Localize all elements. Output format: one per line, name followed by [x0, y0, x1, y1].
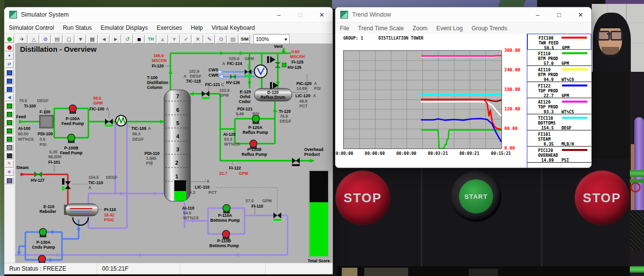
- rail-icon[interactable]: [5, 44, 14, 51]
- rail-icon[interactable]: [5, 110, 14, 118]
- status-cell-empty: [266, 263, 332, 274]
- rail-icon[interactable]: ✶: [5, 52, 14, 60]
- pen-color-swatch: [562, 68, 587, 70]
- minimize-button[interactable]: –: [268, 7, 290, 22]
- trend-menu-item-file[interactable]: File: [335, 25, 353, 32]
- rail-icon[interactable]: ◀: [5, 94, 14, 101]
- menu-item-help[interactable]: Help: [187, 24, 208, 31]
- diagram-label: 525.0: [229, 57, 239, 61]
- pen-cell-ai120[interactable]: AI120TOP PROD93.3WT%C5: [527, 98, 591, 114]
- rail-icon[interactable]: [5, 177, 14, 184]
- rail-icon[interactable]: [5, 127, 14, 134]
- menu-item-exercises[interactable]: Exercises: [152, 24, 187, 31]
- toolbar-button-↺[interactable]: ↺: [122, 35, 133, 43]
- pen-cell-tic110[interactable]: TIC110BOTTOMS154.5DEGF: [527, 114, 591, 130]
- diagram-label: PSI: [40, 143, 46, 147]
- diagram-label: Cndsr: [239, 100, 251, 104]
- toolbar-button-⊙[interactable]: ⊙: [216, 35, 227, 43]
- rail-icon[interactable]: ❖: [5, 169, 14, 176]
- toolbar-button-▼[interactable]: ▼: [169, 35, 180, 43]
- toolbar-button-✓[interactable]: ✓: [181, 35, 191, 43]
- toolbar-button-►[interactable]: ►: [110, 35, 121, 43]
- menu-item-virtual-keyboard[interactable]: Virtual Keyboard: [207, 24, 259, 31]
- toolbar-button-✈[interactable]: ✈: [17, 35, 27, 43]
- trend-titlebar[interactable]: Trend Window – □ ✕: [335, 7, 591, 22]
- maximize-button[interactable]: □: [290, 7, 311, 22]
- diagram-label: PSI: [146, 161, 153, 166]
- trend-menu-item-zoom[interactable]: Zoom: [408, 25, 432, 32]
- toolbar-button-◄[interactable]: ◄: [99, 35, 109, 43]
- pen-cell-fi122[interactable]: FI122TOP PROD22.7GPM: [527, 82, 591, 98]
- diagram-label: Column: [147, 85, 163, 90]
- toolbar-button-◻[interactable]: ◻: [63, 35, 74, 43]
- trend-menu-item-event-log[interactable]: Event Log: [432, 25, 467, 32]
- rail-icon[interactable]: [5, 69, 14, 76]
- diagram-label: 22.7: [219, 171, 228, 176]
- rail-icon[interactable]: ⇄: [5, 61, 14, 68]
- rail-icon[interactable]: [5, 135, 14, 143]
- pen-cell-ai110[interactable]: AI110BTM PROD94.9WT%C6: [527, 66, 591, 82]
- rail-icon[interactable]: [5, 36, 14, 43]
- toolbar-button-▤[interactable]: ▤: [52, 35, 62, 43]
- diagram-label: TI-120: [279, 109, 291, 114]
- pen-text: 94.9: [532, 77, 554, 82]
- diagram-label: Feed Pump: [60, 151, 83, 155]
- rail-icon[interactable]: [5, 119, 14, 126]
- pen-text: 14.89: [532, 158, 554, 163]
- pen-text: TWR FEED: [539, 41, 559, 45]
- diagram-label: FI-101: [48, 160, 61, 165]
- toolbar-button-⊘[interactable]: ⊘: [40, 35, 51, 43]
- maximize-button[interactable]: □: [548, 7, 570, 22]
- diagram-label: Distillation: [147, 81, 168, 85]
- menu-item-simulator-control[interactable]: Simulator Control: [4, 24, 59, 31]
- sim-menubar: Simulator ControlRun StatusEmulator Disp…: [4, 22, 332, 34]
- stop-button-right[interactable]: STOP: [575, 170, 629, 225]
- diagram-label: WT%C6: [183, 216, 199, 220]
- diagram-label: 154.5: [88, 175, 99, 180]
- toolbar-button-✕[interactable]: ✕: [192, 35, 203, 43]
- rail-icon[interactable]: [5, 102, 14, 109]
- pen-text: 93.3: [532, 109, 554, 114]
- pen-text: WT%C5: [561, 109, 574, 114]
- pen-cell-fi101[interactable]: FI101STEAM6.35MLB/H: [527, 130, 591, 147]
- pen-color-swatch: [562, 117, 587, 119]
- toolbar-button-△[interactable]: △: [28, 35, 39, 43]
- toolbar-button-▼[interactable]: ▼: [75, 35, 86, 43]
- stop-button-left[interactable]: STOP: [335, 170, 390, 225]
- rail-icon[interactable]: [5, 144, 14, 151]
- rail-icon[interactable]: [5, 152, 14, 159]
- close-button[interactable]: ✕: [570, 7, 591, 22]
- toolbar-button-▲[interactable]: ▲: [157, 35, 168, 43]
- sim-titlebar[interactable]: Simulator System – □ ✕: [4, 7, 332, 22]
- diagram-label: DEGF: [190, 74, 202, 79]
- rail-icon[interactable]: ✎: [5, 160, 14, 168]
- trend-menu-item-trend-time-scale[interactable]: Trend Time Scale: [353, 25, 408, 32]
- close-button[interactable]: ✕: [311, 7, 332, 22]
- diagram-label: A: [184, 74, 187, 79]
- rail-icon[interactable]: [5, 85, 14, 93]
- pen-cell-fic100[interactable]: FIC100TWR FEED56.5GPM: [527, 34, 591, 50]
- diagram-label: FIC-124: [227, 62, 242, 66]
- diagram-label: AI-120: [223, 132, 236, 137]
- 3d-plant-scene: [630, 71, 644, 276]
- toolbar-button-▦[interactable]: ▦: [87, 35, 98, 43]
- menu-item-emulator-displays[interactable]: Emulator Displays: [96, 24, 152, 31]
- panel-icon: [7, 70, 12, 75]
- diagram-label: E-120: [240, 90, 251, 94]
- pen-cell-pic120[interactable]: PIC120OVERHEAD14.89PSI: [527, 147, 591, 163]
- toolbar-button-■[interactable]: ■: [134, 35, 145, 43]
- zoom-dropdown[interactable]: 100% ▾: [253, 34, 290, 44]
- minimize-button[interactable]: –: [527, 7, 548, 22]
- start-button[interactable]: START: [459, 179, 493, 213]
- menu-item-run-status[interactable]: Run Status: [59, 24, 96, 31]
- toolbar-button-th[interactable]: TH: [145, 35, 156, 43]
- toolbar-button-▨[interactable]: ▨: [228, 35, 238, 43]
- rail-icon[interactable]: [5, 77, 14, 85]
- toolbar-button-sim[interactable]: SIM: [239, 35, 250, 43]
- pen-cell-fi110[interactable]: FI110BTM PROD57.0GPM: [527, 50, 591, 66]
- toolbar-button-✎[interactable]: ✎: [204, 35, 215, 43]
- diagram-label: Ovhd: [240, 95, 250, 99]
- app-icon: [340, 11, 348, 19]
- trend-menu-item-group-trends[interactable]: Group Trends: [467, 25, 512, 32]
- diagram-label: PSI: [314, 86, 321, 91]
